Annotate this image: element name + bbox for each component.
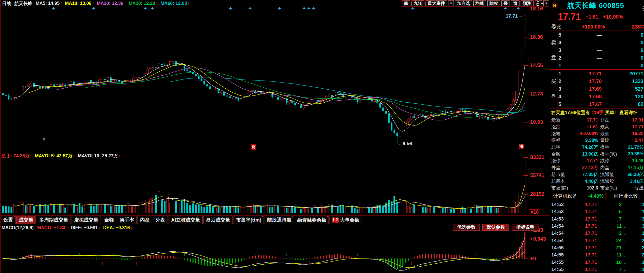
price-axis-tick [523,65,528,66]
tab-成交量[interactable]: 成交量 [16,216,36,224]
macd-axis-tick [523,258,528,259]
lock-icon[interactable] [535,1,538,6]
detail-row: 涨跌+1.61最高17.71 [550,124,644,130]
ma-value-1: MA10: 13.06↑ [65,1,94,6]
weibi-value: +100.00% [567,24,620,30]
price-axis-tick [523,9,528,9]
zhang-event-badge[interactable]: 涨 [519,144,524,149]
svg-text:↓: ↓ [183,251,186,256]
r-margin-badge: R [552,3,558,8]
price-axis-tick [523,94,528,94]
tick-row: 14:5417.7124↓2 [550,237,644,244]
cai-event-badge[interactable]: 财 [251,144,256,150]
volume-header-item-0: 总手: 74.28万↓ [2,153,32,158]
macd-button-优选参数[interactable]: 优选参数 [453,224,480,231]
tab-大单金额[interactable]: L2大单金额 [330,216,362,224]
svg-text:↓: ↓ [92,251,95,256]
tab-金额[interactable]: 金额 [102,216,116,224]
app-root: 日线 航天长峰 MA5: 14.95↑MA10: 13.06↑MA20: 12.… [0,0,644,273]
tab-虚拟成交量[interactable]: 虚拟成交量 [72,216,101,224]
toolbar-button-均线[interactable]: 均线 [473,1,486,6]
detail-row: 总市值77.85亿流通值60.38亿 [550,171,644,178]
toolbar-button-简[interactable]: 简 [402,1,410,6]
svg-text:↓: ↓ [356,251,359,256]
candlestick-chart[interactable] [0,7,528,152]
toolbar-button-预测[interactable]: 预测 [521,1,533,6]
quote-stock-name: 航天长峰 600855 [567,1,624,10]
period-selector[interactable]: 日线 [2,1,11,7]
macd-header-item-2: DEA: +0.316↑ [103,225,133,230]
volume-scale-label: X10 [529,209,540,215]
industry-compare-button[interactable]: 同行业比较 [607,192,644,200]
weibi-label: 委比 [551,23,567,30]
toolbar-button-加自选[interactable]: 加自选 [455,1,472,6]
dropdown-caret-button[interactable]: ▼ [448,1,454,6]
detail-row: 最新17.71开盘17.01 [550,117,644,124]
svg-text:↑: ↑ [501,261,503,266]
tick-row: 14:5317.715↓1 [550,208,644,215]
tab-陆股通持股[interactable]: 陆股通持股 [265,216,294,224]
volume-axis-tick [523,175,528,176]
tab-换手率[interactable]: 换手率 [117,216,137,224]
toolbar-button-九转[interactable]: 九转 [412,1,424,6]
toolbar-button-叠[interactable]: 叠 [501,1,510,6]
volume-chart[interactable] [0,152,528,215]
sector-box[interactable]: 计算机设备 -4.43% [551,192,606,200]
tab-融资融券余额[interactable]: 融资融券余额 [295,216,329,224]
orderbook-row: 1—0 [557,62,644,69]
price-axis-label-1: 16.36 [530,34,543,40]
macd-buttons: 优选参数默认参数指标说明 [450,224,539,231]
chart-header-bar: 日线 航天长峰 MA5: 14.95↑MA10: 13.06↑MA20: 12.… [0,0,552,7]
volume-axis-tick [523,157,528,158]
tick-row: 14:5417.712↓1 [550,230,644,237]
orderbook-row: 2—0 [557,54,644,62]
price-axis-line [528,7,528,215]
tab-外盘[interactable]: 外盘 [153,216,168,224]
tab-内盘[interactable]: 内盘 [138,216,152,224]
svg-text:↑: ↑ [19,261,21,266]
svg-text:↑: ↑ [410,261,413,266]
ma-value-4: MA60: 12.08↑ [160,1,190,6]
tick-row: 14:5317.717↓3 [550,215,644,223]
weicha-value: 22833 [620,24,644,30]
price-change-pct: +10.00% [603,14,623,20]
toolbar-button-窗[interactable]: 窗 [511,1,519,6]
macd-header-item-0: MACD: +1.33↑ [37,225,68,230]
detail-row: 总手74.28万换手21.79% [550,144,644,151]
tab-AI立桩成交量[interactable]: AI立桩成交量 [169,216,203,224]
tab-多周期成交量[interactable]: 多周期成交量 [37,216,71,224]
macd-header-item-1: DIFF: +0.981↑ [71,225,101,230]
volume-axis-label-1: 55741 [530,172,544,178]
tab-盘后成交量[interactable]: 盘后成交量 [203,216,233,224]
tab-设置[interactable]: 设置 [1,216,16,224]
orderbook-row: 3—0 [557,46,644,54]
tab-市盈率(ttm)[interactable]: 市盈率(ttm) [234,216,264,224]
svg-text:↓: ↓ [112,251,115,256]
macd-button-默认参数[interactable]: 默认参数 [482,224,509,231]
volume-axis-tick [523,194,528,195]
sell-side-label: 卖盘 [550,31,557,69]
dropdown-caret-button[interactable]: ▼ [543,1,549,6]
macd-header-line [0,231,528,231]
ma-values: MA5: 14.95↑MA10: 13.06↑MA20: 12.36↑MA30:… [36,1,192,6]
sector-row: 计算机设备 -4.43% 同行业比较 [550,192,644,200]
ma-value-0: MA5: 14.95↑ [36,1,62,6]
macd-chart[interactable]: ↑↓↑↓↑↓↑↓↑↓↑↓↑↓↑ [0,224,528,273]
toolbar-button-除权[interactable]: 除权 [487,1,500,6]
detail-row: 涨停17.71跌停14.49 [550,157,644,164]
orderbook-row: 4—0 [557,39,644,46]
macd-button-指标说明[interactable]: 指标说明 [512,224,539,231]
tick-row: 14:5517.7111↓2 [550,251,644,258]
high-price-annotation: 17.71→ [506,13,523,19]
tick-row: 14:5517.7110↓1 [550,258,644,266]
quote-details: 最新17.71开盘17.01涨跌+1.61最高17.71涨幅+10.00%最低1… [550,117,644,192]
view-detail-link[interactable]: 查看详细 [619,110,638,116]
svg-text:↓: ↓ [78,251,81,256]
jump-right-icon[interactable] [539,1,542,6]
toolbar-button-重大事件[interactable]: 重大事件 [426,1,447,6]
quote-title-row: R 航天长峰 600855 [550,0,644,11]
indicator-tabbar: 设置成交量多周期成交量虚拟成交量金额换手率内盘外盘AI立桩成交量盘后成交量市盈率… [0,215,551,224]
stock-name-label: 航天长峰 [14,1,33,7]
order-book: 卖盘 买盘 5—04—03—02—01—0 117.7120771217.701… [550,31,644,108]
macd-axis-line [528,224,528,273]
